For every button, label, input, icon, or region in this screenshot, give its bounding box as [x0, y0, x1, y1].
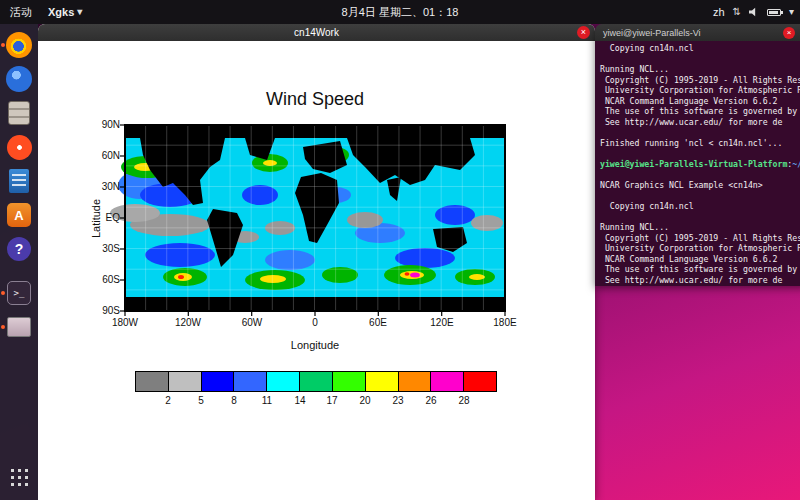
network-icon: ⇅	[733, 7, 741, 17]
dock-item-thunderbird[interactable]	[4, 64, 34, 94]
colorbar-label: 26	[416, 395, 446, 406]
map-plot	[125, 125, 505, 311]
colorbar-labels: 2 5 8 11 14 17 20 23 26 28	[135, 395, 497, 407]
colorbar-label: 8	[219, 395, 249, 406]
colorbar-segment	[202, 372, 235, 391]
firefox-icon	[6, 32, 32, 58]
y-tick-label: 90N	[74, 119, 120, 131]
dock-item-firefox[interactable]	[4, 30, 34, 60]
terminal-line: Finished running 'ncl < cn14n.ncl'...	[600, 138, 800, 149]
chart-title: Wind Speed	[125, 89, 505, 110]
dock-item-help[interactable]: ?	[4, 234, 34, 264]
chevron-down-icon: ▾	[77, 7, 82, 17]
colorbar-label: 14	[285, 395, 315, 406]
x-tick-label: 180W	[103, 317, 147, 329]
terminal-line: See http://www.ucar.edu/ for more de	[600, 117, 800, 128]
terminal-line	[600, 191, 800, 202]
colorbar-segment	[300, 372, 333, 391]
running-indicator	[1, 325, 5, 329]
system-menu[interactable]: zh ⇅ ▾	[713, 6, 794, 18]
show-applications-button[interactable]	[4, 462, 34, 492]
y-axis-label: Latitude	[90, 175, 103, 263]
colorbar-segment	[399, 372, 432, 391]
colorbar-label: 28	[449, 395, 479, 406]
colorbar	[135, 371, 497, 392]
colorbar-label: 11	[252, 395, 282, 406]
x-tick-label: 60E	[356, 317, 400, 329]
terminal-line: Copying cn14n.ncl	[600, 43, 800, 54]
dock-item-libreoffice-writer[interactable]	[4, 166, 34, 196]
terminal-line: The use of this software is governed by	[600, 106, 800, 117]
x-tick-label: 120E	[420, 317, 464, 329]
running-indicator	[1, 43, 5, 47]
volume-icon	[749, 7, 759, 17]
terminal-line: Copying cn14n.ncl	[600, 201, 800, 212]
show-applications-icon	[9, 467, 29, 487]
world-map-svg	[125, 125, 505, 311]
colorbar-segment	[464, 372, 496, 391]
libreoffice-writer-icon	[9, 169, 29, 193]
app-menu-label: Xgks	[48, 6, 74, 18]
colorbar-label: 23	[383, 395, 413, 406]
close-button[interactable]: ×	[783, 27, 795, 39]
terminal-window: yiwei@yiwei-Parallels-Vi × Copying cn14n…	[595, 24, 800, 286]
x-tick-label: 0	[293, 317, 337, 329]
colorbar-label: 2	[153, 395, 183, 406]
colorbar-label: 17	[317, 395, 347, 406]
terminal-line	[600, 54, 800, 65]
terminal-icon: >_	[7, 281, 31, 305]
activities-button[interactable]: 活动	[10, 5, 32, 20]
colorbar-label: 20	[350, 395, 380, 406]
terminal-body[interactable]: Copying cn14n.ncl Running NCL... Copyrig…	[595, 41, 800, 286]
terminal-line: University Corporation for Atmospheric R	[600, 243, 800, 254]
colorbar-segment	[333, 372, 366, 391]
prompt-path: ~/	[792, 159, 800, 169]
plot-canvas: Wind Speed	[38, 41, 595, 500]
running-indicator	[1, 291, 5, 295]
rhythmbox-icon	[7, 135, 32, 160]
help-icon: ?	[7, 237, 31, 261]
terminal-line: NCAR Command Language Version 6.6.2	[600, 254, 800, 265]
terminal-line	[600, 148, 800, 159]
dock-item-files[interactable]	[4, 98, 34, 128]
y-tick-label: 60N	[74, 150, 120, 162]
dock-item-ubuntu-software[interactable]: A	[4, 200, 34, 230]
ubuntu-software-icon: A	[7, 203, 31, 227]
xgks-window-icon	[7, 317, 31, 337]
colorbar-segment	[136, 372, 169, 391]
terminal-titlebar[interactable]: yiwei@yiwei-Parallels-Vi ×	[595, 24, 800, 41]
prompt-user: yiwei@yiwei-Parallels-Virtual-Platform	[600, 159, 787, 169]
terminal-title: yiwei@yiwei-Parallels-Vi	[603, 28, 701, 38]
input-method-indicator[interactable]: zh	[713, 6, 725, 18]
terminal-line: The use of this software is governed by	[600, 264, 800, 275]
terminal-line: Copyright (C) 1995-2019 - All Rights Res	[600, 233, 800, 244]
thunderbird-icon	[6, 66, 32, 92]
x-tick-label: 180E	[483, 317, 527, 329]
terminal-prompt-line: yiwei@yiwei-Parallels-Virtual-Platform:~…	[600, 159, 800, 170]
plot-window-title: cn14Work	[294, 27, 339, 38]
dock-item-terminal[interactable]: >_	[4, 278, 34, 308]
dock-item-rhythmbox[interactable]	[4, 132, 34, 162]
terminal-line	[600, 170, 800, 181]
close-button[interactable]: ×	[577, 26, 590, 39]
terminal-line: University Corporation for Atmospheric R	[600, 85, 800, 96]
x-tick-label: 60W	[230, 317, 274, 329]
y-tick-label: 90S	[74, 305, 120, 317]
x-axis-label: Longitude	[235, 339, 395, 351]
app-menu[interactable]: Xgks ▾	[48, 6, 82, 18]
x-tick-label: 120W	[166, 317, 210, 329]
files-icon	[8, 101, 30, 125]
clock[interactable]: 8月4日 星期二、01：18	[342, 5, 459, 20]
terminal-line	[600, 127, 800, 138]
terminal-line	[600, 212, 800, 223]
plot-window: cn14Work × Wind Speed	[38, 24, 595, 500]
terminal-line: NCAR Command Language Version 6.6.2	[600, 96, 800, 107]
colorbar-segment	[169, 372, 202, 391]
colorbar-segment	[431, 372, 464, 391]
terminal-line: Running NCL...	[600, 222, 800, 233]
plot-window-titlebar[interactable]: cn14Work ×	[38, 24, 595, 41]
chevron-down-icon: ▾	[789, 7, 794, 17]
terminal-line: See http://www.ucar.edu/ for more de	[600, 275, 800, 286]
dock-item-xgks-window[interactable]	[4, 312, 34, 342]
colorbar-segment	[366, 372, 399, 391]
